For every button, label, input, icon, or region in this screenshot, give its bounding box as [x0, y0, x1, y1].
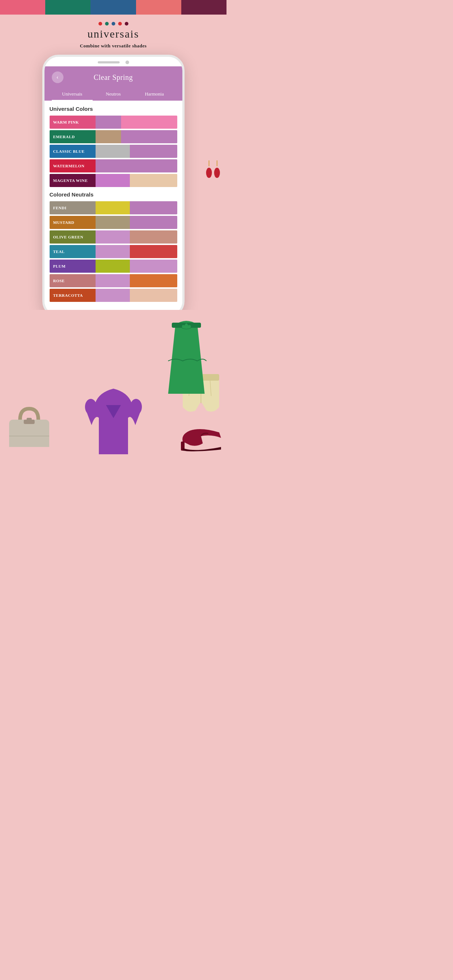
colored-neutrals-title: Colored Neutrals: [49, 191, 177, 197]
color-bar-plum[interactable]: PLUM: [49, 259, 177, 273]
phone-mockup-wrapper: ‹ Clear Spring Universais Neutros Harmon…: [0, 55, 226, 317]
classic-blue-label: CLASSIC BLUE: [49, 145, 96, 158]
tagline: Combine with versatile shades: [0, 43, 226, 49]
color-bar-teal[interactable]: TEAL: [49, 245, 177, 258]
mustard-label: MUSTARD: [49, 216, 96, 229]
red-shoes-icon: [179, 423, 223, 452]
color-bar-magenta-wine[interactable]: MAGENTA WINE: [49, 174, 177, 187]
terracotta-seg2: [130, 289, 177, 302]
earring-right-icon: [214, 161, 220, 178]
screen-title: Clear Spring: [64, 73, 163, 82]
red-shoes: [179, 423, 223, 454]
green-skirt: [164, 313, 208, 395]
svg-point-3: [214, 168, 220, 178]
dot-2: [105, 22, 109, 25]
dot-5: [125, 22, 128, 25]
app-header: ‹ Clear Spring Universais Neutros Harmon…: [45, 66, 182, 100]
dot-4: [118, 22, 122, 25]
purple-top-icon: [84, 381, 143, 454]
color-bar-fendi[interactable]: FENDI: [49, 201, 177, 215]
strip-blue: [91, 0, 136, 14]
color-bar-watermelon[interactable]: WATERMELON: [49, 159, 177, 172]
color-bar-classic-blue[interactable]: CLASSIC BLUE: [49, 145, 177, 158]
green-skirt-icon: [164, 313, 208, 394]
tab-neutros[interactable]: Neutros: [93, 88, 134, 100]
magenta-wine-seg2: [130, 174, 177, 187]
rose-seg1: [96, 274, 130, 287]
app-tabs: Universais Neutros Harmonia: [52, 88, 175, 100]
warm-pink-seg1: [96, 116, 121, 129]
color-bar-mustard[interactable]: MUSTARD: [49, 216, 177, 229]
magenta-wine-label: MAGENTA WINE: [49, 174, 96, 187]
svg-point-1: [206, 168, 212, 178]
color-bar-rose[interactable]: ROSE: [49, 274, 177, 287]
logo-area: universais: [0, 14, 226, 43]
watermelon-seg1: [96, 159, 177, 172]
universal-colors-title: Universal Colors: [49, 106, 177, 112]
fendi-seg1: [96, 201, 130, 215]
phone-top-bar: [45, 57, 182, 66]
rose-seg2: [130, 274, 177, 287]
strip-salmon: [136, 0, 181, 14]
plum-seg2: [130, 259, 177, 273]
svg-point-9: [130, 399, 142, 415]
logo-dots: [0, 22, 226, 25]
emerald-seg2: [121, 130, 177, 143]
strip-pink: [0, 0, 45, 14]
warm-pink-seg2: [121, 116, 177, 129]
tab-harmonia[interactable]: Harmonia: [134, 88, 175, 100]
watermelon-label: WATERMELON: [49, 159, 96, 172]
emerald-seg1: [96, 130, 121, 143]
color-bar-warm-pink[interactable]: WARM PINK: [49, 116, 177, 129]
color-bar-emerald[interactable]: EMERALD: [49, 130, 177, 143]
olive-green-seg1: [96, 231, 130, 243]
color-bar-olive-green[interactable]: OLIVE GREEN: [49, 231, 177, 243]
classic-blue-seg1: [96, 145, 130, 158]
tab-universais[interactable]: Universais: [52, 88, 93, 100]
phone-mockup: ‹ Clear Spring Universais Neutros Harmon…: [42, 55, 185, 317]
purple-top: [84, 381, 143, 456]
handbag: [5, 399, 53, 449]
back-button[interactable]: ‹: [52, 72, 64, 83]
back-icon: ‹: [57, 74, 58, 81]
magenta-wine-seg1: [96, 174, 130, 187]
plum-label: PLUM: [49, 259, 96, 273]
fendi-seg2: [130, 201, 177, 215]
earring-left-icon: [206, 161, 212, 178]
app-logo: universais: [0, 28, 226, 40]
app-content: Universal Colors WARM PINK EMERALD CLASS…: [45, 100, 182, 309]
terracotta-seg1: [96, 289, 130, 302]
teal-seg1: [96, 245, 130, 258]
fendi-label: FENDI: [49, 201, 96, 215]
mustard-seg2: [130, 216, 177, 229]
app-header-title-row: ‹ Clear Spring: [52, 72, 175, 83]
plum-seg1: [96, 259, 130, 273]
mustard-seg1: [96, 216, 130, 229]
olive-green-label: OLIVE GREEN: [49, 231, 96, 243]
earrings: [206, 161, 220, 178]
svg-point-8: [85, 399, 97, 415]
phone-notch: [98, 61, 120, 64]
classic-blue-seg2: [130, 145, 177, 158]
phone-camera: [126, 60, 129, 64]
dot-3: [112, 22, 115, 25]
warm-pink-label: WARM PINK: [49, 116, 96, 129]
olive-green-seg2: [130, 231, 177, 243]
handbag-icon: [5, 399, 53, 447]
fashion-items-section: [0, 310, 226, 456]
dot-1: [99, 22, 102, 25]
terracotta-label: TERRACOTTA: [49, 289, 96, 302]
teal-seg2: [130, 245, 177, 258]
color-bar-terracotta[interactable]: TERRACOTTA: [49, 289, 177, 302]
rose-label: ROSE: [49, 274, 96, 287]
strip-teal: [45, 0, 91, 14]
top-color-strip: [0, 0, 226, 14]
svg-rect-6: [27, 418, 32, 421]
emerald-label: EMERALD: [49, 130, 96, 143]
teal-label: TEAL: [49, 245, 96, 258]
strip-wine: [181, 0, 226, 14]
